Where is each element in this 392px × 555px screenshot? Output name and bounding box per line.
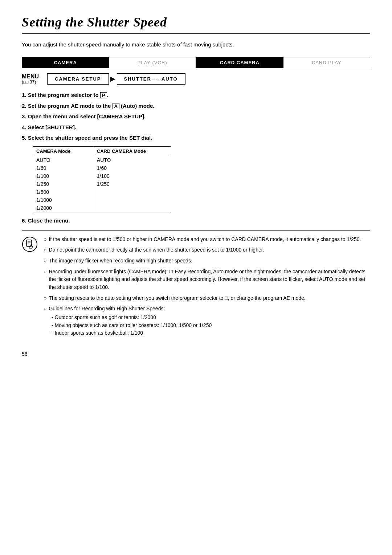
note-item-0: ○If the shutter speed is set to 1/500 or… xyxy=(44,236,370,244)
table-cell-card-5 xyxy=(93,196,171,204)
table-cell-camera-0: AUTO xyxy=(33,156,93,164)
step-2-suffix: (Auto) mode. xyxy=(119,103,155,109)
table-cell-card-4 xyxy=(93,188,171,196)
table-header-card-camera: CARD CAMERA Mode xyxy=(93,146,171,156)
note-item-2: ○The image may flicker when recording wi… xyxy=(44,257,370,265)
step-5-num: 5. xyxy=(22,135,26,141)
note-text-4: The setting resets to the auto setting w… xyxy=(49,294,305,302)
step-3: 3. Open the menu and select [CAMERA SETU… xyxy=(22,113,370,121)
step-2-icon: A xyxy=(113,103,119,109)
sub-note-5-1: - Moving objects such as cars or roller … xyxy=(52,322,370,330)
table-cell-camera-6: 1/2000 xyxy=(33,204,93,212)
note-item-1: ○Do not point the camcorder directly at … xyxy=(44,246,370,254)
svg-point-0 xyxy=(23,237,37,252)
note-bullet-3: ○ xyxy=(44,268,46,276)
sub-note-5-2: - Indoor sports such as basketball: 1/10… xyxy=(52,329,370,337)
step-4: 4. Select [SHUTTER]. xyxy=(22,123,370,132)
steps-list: 1. Set the program selector to P. 2. Set… xyxy=(22,91,370,142)
note-bullet-5: ○ xyxy=(44,305,46,313)
step-2-text: Set the program AE mode to the xyxy=(28,103,113,109)
page-number: 56 xyxy=(22,351,370,357)
menu-shutter-auto: SHUTTER·····AUTO xyxy=(117,73,185,85)
notes-section: ○If the shutter speed is set to 1/500 or… xyxy=(22,236,370,340)
menu-camera-setup: CAMERA SETUP xyxy=(47,73,109,85)
step-1-num: 1. xyxy=(22,92,26,98)
step-3-num: 3. xyxy=(22,113,26,119)
note-bullet-4: ○ xyxy=(44,294,46,302)
title-divider xyxy=(22,33,370,34)
note-bullet-2: ○ xyxy=(44,257,46,265)
note-icon xyxy=(22,236,38,252)
menu-arrow-icon: ▶ xyxy=(109,73,117,85)
page-title: Setting the Shutter Speed xyxy=(22,15,370,30)
note-text-1: Do not point the camcorder directly at t… xyxy=(49,246,264,254)
note-text-3: Recording under fluorescent lights (CAME… xyxy=(49,268,370,291)
note-bullet-1: ○ xyxy=(44,246,46,254)
table-cell-camera-2: 1/100 xyxy=(33,172,93,180)
tab-camera[interactable]: CAMERA xyxy=(22,57,109,68)
note-text-0: If the shutter speed is set to 1/500 or … xyxy=(49,236,361,244)
note-item-4: ○The setting resets to the auto setting … xyxy=(44,294,370,302)
sub-note-5-0: - Outdoor sports such as golf or tennis:… xyxy=(52,314,370,322)
step-5: 5. Select the shutter speed and press th… xyxy=(22,134,370,142)
step-6: 6. Close the menu. xyxy=(22,217,370,224)
step-2: 2. Set the program AE mode to the A (Aut… xyxy=(22,102,370,110)
table-cell-camera-1: 1/60 xyxy=(33,164,93,172)
shutter-speed-table: CAMERA Mode CARD CAMERA Mode AUTOAUTO1/6… xyxy=(33,146,171,212)
note-text-5: Guidelines for Recording with High Shutt… xyxy=(49,305,165,313)
step-4-num: 4. xyxy=(22,124,26,130)
step-1-suffix: . xyxy=(107,92,109,98)
tab-play-vcr[interactable]: PLAY (VCR) xyxy=(109,57,197,68)
table-cell-card-0: AUTO xyxy=(93,156,171,164)
note-item-3: ○Recording under fluorescent lights (CAM… xyxy=(44,268,370,291)
step-1: 1. Set the program selector to P. xyxy=(22,91,370,99)
intro-text: You can adjust the shutter speed manuall… xyxy=(22,41,370,49)
note-text-2: The image may flicker when recording wit… xyxy=(49,257,192,265)
table-cell-card-1: 1/60 xyxy=(93,164,171,172)
menu-sub-label: (□□ 37) xyxy=(22,79,44,85)
table-cell-camera-4: 1/500 xyxy=(33,188,93,196)
step-1-text: Set the program selector to xyxy=(28,92,100,98)
table-cell-card-6 xyxy=(93,204,171,212)
notes-list: ○If the shutter speed is set to 1/500 or… xyxy=(44,236,370,340)
mode-tabs: CAMERA PLAY (VCR) CARD CAMERA CARD PLAY xyxy=(22,57,370,68)
section-divider xyxy=(22,230,370,230)
tab-card-play[interactable]: CARD PLAY xyxy=(283,57,370,68)
step-3-text: Open the menu and select [CAMERA SETUP]. xyxy=(28,113,146,119)
menu-label: MENU xyxy=(22,73,44,80)
table-cell-card-2: 1/100 xyxy=(93,172,171,180)
table-cell-camera-3: 1/250 xyxy=(33,180,93,188)
step-4-text: Select [SHUTTER]. xyxy=(28,124,76,130)
step-5-text: Select the shutter speed and press the S… xyxy=(28,135,152,141)
step-2-num: 2. xyxy=(22,103,26,109)
table-cell-camera-5: 1/1000 xyxy=(33,196,93,204)
table-header-camera: CAMERA Mode xyxy=(33,146,93,156)
table-cell-card-3: 1/250 xyxy=(93,180,171,188)
menu-nav: MENU (□□ 37) CAMERA SETUP ▶ SHUTTER·····… xyxy=(22,73,370,85)
note-item-5: ○Guidelines for Recording with High Shut… xyxy=(44,305,370,337)
tab-card-camera[interactable]: CARD CAMERA xyxy=(196,57,283,68)
step-1-icon: P xyxy=(100,92,107,98)
note-bullet-0: ○ xyxy=(44,236,46,244)
